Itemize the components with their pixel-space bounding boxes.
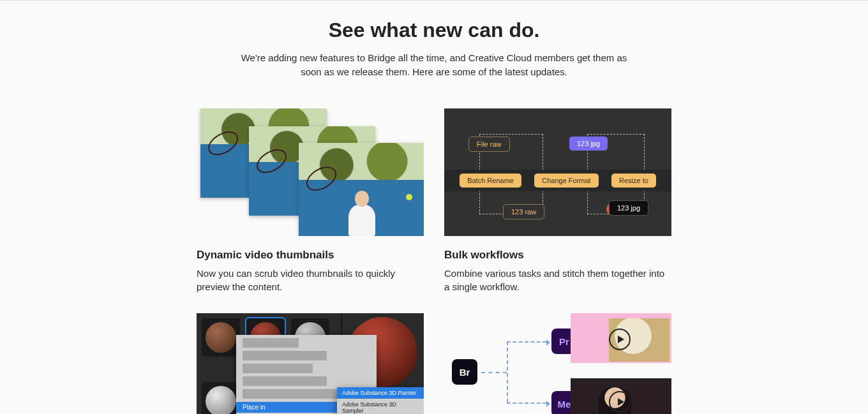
chip-batch-rename: Batch Rename [460,174,521,188]
feature-image-substance: Place in ▶ Adobe Substance 3D Painter Ad… [197,313,424,414]
feature-substance-3d: Place in ▶ Adobe Substance 3D Painter Ad… [197,313,424,414]
feature-bulk-workflows: File raw 123 jpg Batch Rename Change For… [444,108,671,295]
feature-br-pr-me: Br Pr Me [444,313,671,414]
feature-body: Combine various tasks and stitch them to… [444,267,671,295]
feature-image-apps: Br Pr Me [444,313,671,414]
chip-change-format: Change Format [534,174,598,188]
chip-output-jpg: 123 jpg [609,200,648,216]
page-container: See what new can do. We're adding new fe… [197,1,671,414]
stacked-photo [299,143,424,236]
hero-title: See what new can do. [197,18,671,42]
chip-123-jpg: 123 jpg [569,137,608,151]
feature-title: Bulk workflows [444,249,671,262]
play-icon[interactable] [609,329,631,350]
chip-resize-to: Resize to [611,174,656,188]
play-icon[interactable] [609,391,631,413]
feature-title: Dynamic video thumbnails [197,249,424,262]
menu-item-label: Place in [243,404,266,411]
submenu-item-sampler[interactable]: Adobe Substance 3D Sampler [337,399,424,414]
feature-dynamic-video: Dynamic video thumbnails Now you can scr… [197,108,424,295]
chip-file-raw: File raw [468,137,510,152]
features-grid: Dynamic video thumbnails Now you can scr… [197,108,671,415]
feature-image-stack [197,108,424,236]
feature-image-workflow: File raw 123 jpg Batch Rename Change For… [444,108,671,236]
feature-body: Now you can scrub video thumbnails to qu… [197,267,424,295]
hero-subtitle: We're adding new features to Bridge all … [230,51,638,79]
app-tile-bridge: Br [452,359,477,385]
submenu-item-painter[interactable]: Adobe Substance 3D Painter [337,387,424,399]
submenu: Adobe Substance 3D Painter Adobe Substan… [337,387,424,414]
chip-123-raw: 123 raw [503,204,544,219]
